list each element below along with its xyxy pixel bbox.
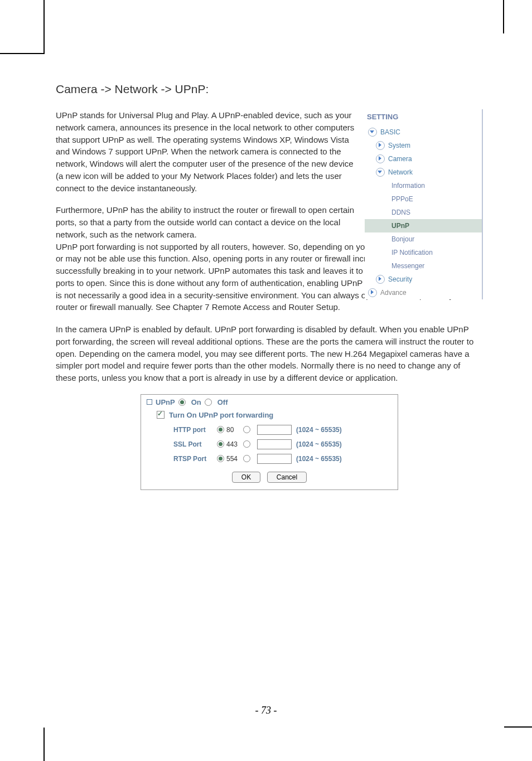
http-port-row: HTTP port 80 (1024 ~ 65535) xyxy=(173,425,392,435)
paragraph-1: UPnP stands for Universal Plug and Play.… xyxy=(56,109,360,194)
crop-mark-bl xyxy=(43,728,45,761)
upnp-settings-panel: UPnP On Off Turn On UPnP port forwarding… xyxy=(141,394,398,490)
ok-button[interactable]: OK xyxy=(232,472,260,483)
chevron-down-icon xyxy=(376,168,385,177)
ssl-custom-radio[interactable] xyxy=(243,440,250,448)
sidebar-ipnotification[interactable]: IP Notification xyxy=(365,246,482,259)
crop-mark-tr xyxy=(503,0,504,33)
rtsp-port-row: RTSP Port 554 (1024 ~ 65535) xyxy=(173,454,392,464)
rtsp-default-radio[interactable] xyxy=(217,455,224,462)
sidebar-advance[interactable]: Advance xyxy=(365,286,482,299)
rtsp-port-input[interactable] xyxy=(257,454,292,464)
sidebar-network[interactable]: Network xyxy=(365,166,482,179)
square-icon xyxy=(147,399,152,405)
sidebar-pppoe[interactable]: PPPoE xyxy=(365,192,482,206)
paragraph-4: In the camera UPnP is enabled by default… xyxy=(56,323,480,384)
crop-mark-br xyxy=(504,726,532,728)
crop-mark-tl-v xyxy=(43,0,45,53)
rtsp-custom-radio[interactable] xyxy=(243,455,250,462)
upnp-forward-row: Turn On UPnP port forwarding xyxy=(157,411,392,419)
sidebar-security[interactable]: Security xyxy=(365,273,482,286)
button-row: OK Cancel xyxy=(147,472,392,483)
sidebar-basic[interactable]: BASIC xyxy=(365,125,482,139)
settings-sidebar: SETTING BASIC System Camera Network Info… xyxy=(365,109,483,299)
sidebar-bonjour[interactable]: Bonjour xyxy=(365,232,482,246)
sidebar-system[interactable]: System xyxy=(365,139,482,152)
cancel-button[interactable]: Cancel xyxy=(267,472,307,483)
chevron-right-icon xyxy=(376,141,385,150)
upnp-panel-title: UPnP On Off xyxy=(147,398,392,406)
page-number: - 73 - xyxy=(0,705,532,716)
crop-mark-tl-h xyxy=(0,53,45,54)
http-custom-radio[interactable] xyxy=(243,426,250,433)
http-port-input[interactable] xyxy=(257,425,292,435)
sidebar-setting-header: SETTING xyxy=(365,109,482,125)
chevron-down-icon xyxy=(368,128,377,137)
ssl-default-radio[interactable] xyxy=(217,440,224,448)
chevron-right-icon xyxy=(376,154,385,163)
paragraph-2: Furthermore, UPnP has the ability to ins… xyxy=(56,204,360,240)
chevron-right-icon xyxy=(368,288,377,297)
http-default-radio[interactable] xyxy=(217,426,224,433)
chevron-right-icon xyxy=(376,275,385,284)
upnp-off-radio[interactable] xyxy=(205,399,212,406)
upnp-on-radio[interactable] xyxy=(178,399,186,406)
sidebar-ddns[interactable]: DDNS xyxy=(365,206,482,219)
port-forwarding-checkbox[interactable] xyxy=(157,411,165,419)
sidebar-camera[interactable]: Camera xyxy=(365,152,482,166)
sidebar-information[interactable]: Information xyxy=(365,179,482,192)
ssl-port-input[interactable] xyxy=(257,439,292,449)
ssl-port-row: SSL Port 443 (1024 ~ 65535) xyxy=(173,439,392,449)
sidebar-upnp[interactable]: UPnP xyxy=(365,219,482,232)
sidebar-messenger[interactable]: Messenger xyxy=(365,259,482,273)
page-heading: Camera -> Network -> UPnP: xyxy=(56,83,483,96)
